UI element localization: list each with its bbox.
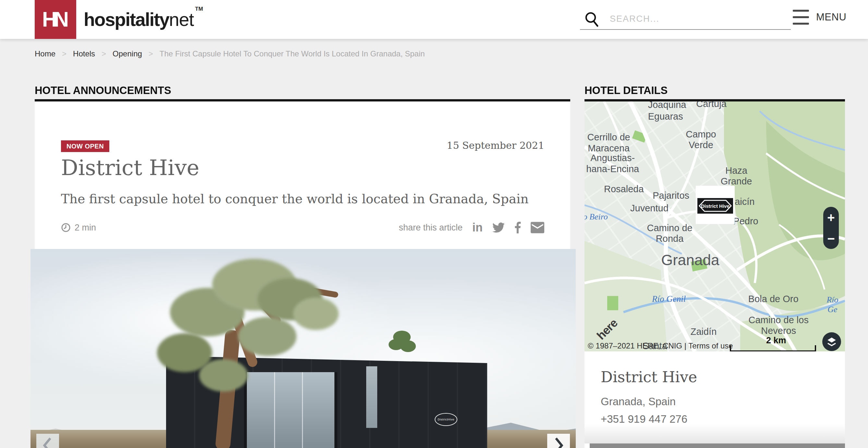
- chevron-right-icon: [552, 436, 565, 448]
- brand-light: net: [169, 9, 194, 30]
- carousel-prev-button[interactable]: [36, 434, 59, 448]
- status-badge: NOW OPEN: [61, 140, 109, 152]
- logo-monogram-text: HN: [42, 7, 69, 31]
- map-layers-button[interactable]: [822, 332, 841, 351]
- map-attribution-text: © 1987–2021 HERE, CNIG |: [588, 341, 688, 350]
- layers-icon: [826, 336, 837, 347]
- menu-button[interactable]: MENU: [793, 10, 846, 25]
- breadcrumb-link[interactable]: Hotels: [73, 49, 95, 58]
- section-heading-announcements: HOTEL ANNOUNCEMENTS: [35, 84, 570, 101]
- share-label: share this article: [399, 223, 463, 233]
- brand-bold: hospitality: [84, 9, 169, 30]
- site-header: HN hospitality net TM MENU: [0, 0, 868, 39]
- hotel-info-card: District Hive Granada, Spain +351 919 44…: [585, 351, 845, 448]
- map-marker-district-hive[interactable]: District Hive: [696, 186, 735, 224]
- carousel-next-button[interactable]: [547, 434, 570, 448]
- breadcrumb-current: The First Capsule Hotel To Conquer The W…: [160, 49, 425, 58]
- article-hero-carousel: DistrictHive: [30, 249, 576, 448]
- map-attribution: © 1987–2021 HERE, CNIG | Terms of use: [588, 341, 733, 350]
- read-time: 2 min: [61, 223, 96, 233]
- article-date: 15 September 2021: [447, 140, 544, 151]
- breadcrumb-separator: >: [101, 49, 106, 58]
- map-zoom-control: + −: [823, 207, 839, 249]
- svg-text:District Hive: District Hive: [701, 203, 730, 209]
- breadcrumb-separator: >: [149, 49, 153, 58]
- share-row: share this article in: [399, 222, 544, 233]
- search-underline: [580, 29, 791, 30]
- hotel-location: Granada, Spain: [601, 395, 676, 408]
- zoom-in-button[interactable]: +: [827, 211, 835, 224]
- logo-monogram[interactable]: HN: [35, 0, 76, 39]
- search-icon[interactable]: [584, 11, 601, 28]
- photo-olive-tree: [151, 255, 358, 448]
- email-icon[interactable]: [531, 222, 544, 233]
- article-meta-row: 2 min share this article in: [61, 220, 544, 235]
- map-marker-logo: District Hive: [698, 198, 733, 214]
- hotel-name: District Hive: [601, 368, 697, 386]
- info-card-bottom-bar: [590, 444, 845, 448]
- info-card-fade: [585, 424, 845, 444]
- twitter-icon[interactable]: [492, 222, 505, 233]
- search-input[interactable]: [609, 10, 785, 27]
- breadcrumb: Home>Hotels>Opening>The First Capsule Ho…: [35, 49, 425, 58]
- article-card: NOW OPEN 15 September 2021 District Hive…: [35, 101, 570, 249]
- search-area: [580, 0, 791, 39]
- zoom-out-button[interactable]: −: [827, 232, 835, 245]
- chevron-left-icon: [41, 436, 54, 448]
- article-subtitle: The first capsule hotel to conquer the w…: [61, 192, 529, 207]
- linkedin-icon[interactable]: in: [472, 222, 483, 233]
- building-logo-badge: DistrictHive: [435, 413, 457, 426]
- building-window: [366, 366, 377, 428]
- breadcrumb-link[interactable]: Home: [35, 49, 56, 58]
- facebook-icon[interactable]: [515, 222, 521, 233]
- terms-of-use-link[interactable]: Terms of use: [688, 341, 733, 350]
- read-time-label: 2 min: [74, 223, 96, 233]
- article-title: District Hive: [61, 157, 199, 179]
- trademark-label: TM: [195, 6, 203, 12]
- section-heading-details: HOTEL DETAILS: [585, 84, 845, 101]
- page: HN hospitality net TM MENU Home>Hotels>O…: [0, 0, 868, 448]
- hamburger-icon: [793, 10, 809, 25]
- breadcrumb-link[interactable]: Opening: [113, 49, 142, 58]
- menu-label: MENU: [816, 11, 846, 23]
- map-terrain: [585, 101, 845, 351]
- map-scale-label: 2 km: [766, 335, 786, 346]
- location-map[interactable]: JoaquinaCartujaEguarasCerrillo de Marace…: [585, 101, 845, 351]
- clock-icon: [61, 223, 71, 232]
- site-logo[interactable]: hospitality net TM: [84, 0, 203, 39]
- photo-pine-tree: [387, 331, 416, 357]
- map-scale-bar: [730, 345, 816, 351]
- breadcrumb-separator: >: [62, 49, 66, 58]
- hotel-phone[interactable]: +351 919 447 276: [601, 413, 687, 425]
